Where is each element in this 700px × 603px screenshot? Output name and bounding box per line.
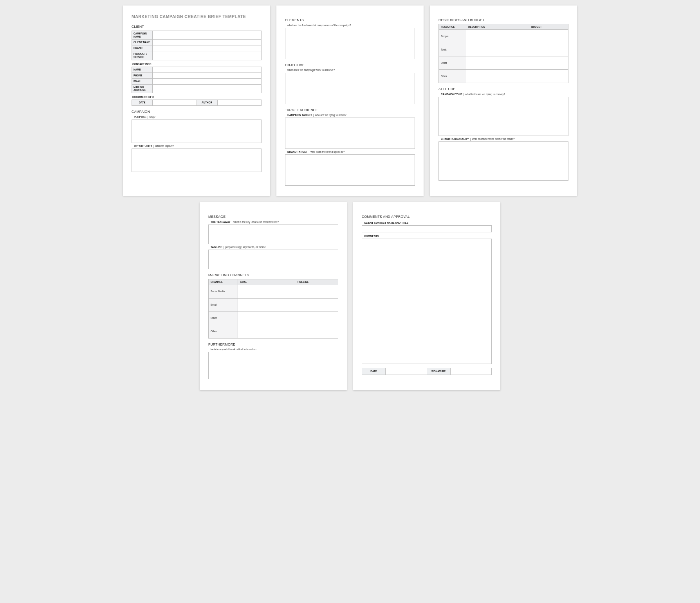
page-4: MESSAGE THE TAKEAWAY|what is the key ide…: [200, 202, 347, 390]
page-1: MARKETING CAMPAIGN CREATIVE BRIEF TEMPLA…: [123, 5, 270, 196]
col-budget: BUDGET: [529, 24, 568, 30]
subhead-document-info: DOCUMENT INFO: [132, 96, 262, 99]
input-brand-target[interactable]: [285, 154, 415, 186]
input-mailing[interactable]: [153, 84, 262, 93]
section-client: CLIENT: [132, 25, 262, 29]
prompt-opportunity: OPPORTUNITY|ultimate impact?: [134, 145, 262, 148]
cell[interactable]: [238, 325, 295, 338]
input-email[interactable]: [153, 78, 262, 84]
cell[interactable]: [238, 311, 295, 325]
prompt-objective: what does the campaign work to achieve?: [287, 69, 415, 72]
col-description: DESCRIPTION: [466, 24, 529, 30]
cell[interactable]: [238, 285, 295, 298]
prompt-tagline: TAG LINE|prepared copy, key words, or th…: [211, 246, 338, 249]
input-client-contact[interactable]: [362, 225, 492, 232]
section-elements: ELEMENTS: [285, 18, 415, 22]
section-attitude: ATTITUDE: [438, 87, 568, 91]
input-campaign-name[interactable]: [153, 31, 262, 40]
cell[interactable]: [529, 70, 568, 83]
label-email: EMAIL: [132, 78, 153, 84]
cell[interactable]: [529, 56, 568, 70]
input-date[interactable]: [153, 100, 197, 106]
input-comments[interactable]: [362, 239, 492, 364]
row-ch-other-2: Other: [209, 325, 238, 338]
section-campaign: CAMPAIGN: [132, 110, 262, 114]
cell[interactable]: [529, 30, 568, 43]
col-resource: RESOURCE: [439, 24, 466, 30]
input-personality[interactable]: [438, 141, 568, 181]
input-takeaway[interactable]: [208, 225, 338, 244]
cell[interactable]: [295, 311, 338, 325]
cell[interactable]: [238, 298, 295, 311]
col-channel: CHANNEL: [209, 279, 238, 285]
prompt-tone: CAMPAIGN TONE|what traits are we trying …: [441, 93, 568, 96]
label-campaign-name: CAMPAIGN NAME: [132, 31, 153, 40]
label-phone: PHONE: [132, 72, 153, 78]
section-message: MESSAGE: [208, 215, 338, 219]
input-product-service[interactable]: [153, 51, 262, 60]
row-email: Email: [209, 298, 238, 311]
input-name[interactable]: [153, 67, 262, 73]
prompt-purpose: PURPOSE|why?: [134, 116, 262, 119]
channels-table: CHANNEL GOAL TIMELINE Social Media Email…: [208, 279, 338, 339]
label-sig-date: DATE: [362, 368, 386, 375]
input-sig-date[interactable]: [386, 368, 427, 375]
prompt-elements: what are the fundamental components of t…: [287, 24, 415, 27]
page-5: COMMENTS AND APPROVAL CLIENT CONTACT NAM…: [353, 202, 500, 390]
contact-table: NAME PHONE EMAIL MAILING ADDRESS: [132, 67, 262, 93]
input-tagline[interactable]: [208, 250, 338, 269]
row-social: Social Media: [209, 285, 238, 298]
input-purpose[interactable]: [132, 120, 262, 143]
label-signature: SIGNATURE: [427, 368, 450, 375]
row-other-2: Other: [439, 70, 466, 83]
label-comments: COMMENTS: [364, 235, 492, 238]
input-objective[interactable]: [285, 73, 415, 104]
page-2: ELEMENTS what are the fundamental compon…: [276, 5, 424, 196]
cell[interactable]: [466, 43, 529, 56]
input-author[interactable]: [217, 100, 262, 106]
row-other-1: Other: [439, 56, 466, 70]
label-client-name: CLIENT NAME: [132, 40, 153, 45]
row-tools: Tools: [439, 43, 466, 56]
input-campaign-target[interactable]: [285, 118, 415, 149]
section-channels: MARKETING CHANNELS: [208, 273, 338, 277]
prompt-brand-target: BRAND TARGET|who does the brand speak to…: [287, 150, 415, 154]
cell[interactable]: [295, 298, 338, 311]
section-furthermore: FURTHERMORE: [208, 342, 338, 347]
input-phone[interactable]: [153, 72, 262, 78]
signature-table: DATE SIGNATURE: [362, 368, 492, 375]
prompt-personality: BRAND PERSONALITY|what characteristics d…: [441, 138, 568, 141]
cell[interactable]: [529, 43, 568, 56]
row-ch-other-1: Other: [209, 311, 238, 325]
cell[interactable]: [466, 70, 529, 83]
resources-table: RESOURCE DESCRIPTION BUDGET People Tools…: [438, 24, 568, 83]
input-furthermore[interactable]: [208, 352, 338, 379]
prompt-takeaway: THE TAKEAWAY|what is the key idea to be …: [211, 221, 338, 224]
input-tone[interactable]: [438, 97, 568, 136]
cell[interactable]: [295, 285, 338, 298]
input-client-name[interactable]: [153, 40, 262, 45]
cell[interactable]: [466, 56, 529, 70]
prompt-campaign-target: CAMPAIGN TARGET|who are we trying to rea…: [287, 114, 415, 117]
input-signature[interactable]: [450, 368, 492, 375]
page-3: RESOURCES AND BUDGET RESOURCE DESCRIPTIO…: [430, 5, 577, 196]
section-resources: RESOURCES AND BUDGET: [438, 18, 568, 22]
label-product-service: PRODUCT / SERVICE: [132, 51, 153, 60]
section-audience: TARGET AUDIENCE: [285, 108, 415, 112]
label-mailing: MAILING ADDRESS: [132, 84, 153, 93]
label-author: AUTHOR: [197, 100, 217, 106]
cell[interactable]: [466, 30, 529, 43]
col-goal: GOAL: [238, 279, 295, 285]
input-brand[interactable]: [153, 45, 262, 51]
label-date: DATE: [132, 100, 153, 106]
section-objective: OBJECTIVE: [285, 63, 415, 67]
client-table: CAMPAIGN NAME CLIENT NAME BRAND PRODUCT …: [132, 31, 262, 60]
col-timeline: TIMELINE: [295, 279, 338, 285]
subhead-contact-info: CONTACT INFO: [132, 63, 262, 66]
row-people: People: [439, 30, 466, 43]
cell[interactable]: [295, 325, 338, 338]
document-title: MARKETING CAMPAIGN CREATIVE BRIEF TEMPLA…: [132, 14, 262, 19]
input-opportunity[interactable]: [132, 148, 262, 172]
input-elements[interactable]: [285, 28, 415, 59]
label-client-contact: CLIENT CONTACT NAME AND TITLE: [364, 221, 492, 225]
